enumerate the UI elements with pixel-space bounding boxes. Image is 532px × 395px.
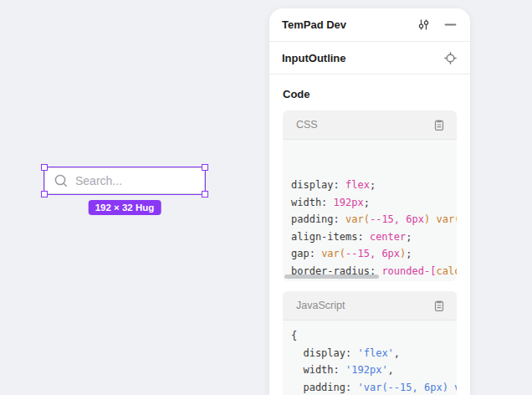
copy-clipboard-icon[interactable] [432, 298, 447, 313]
code-line: align-items: center; [291, 228, 457, 246]
css-code-block: CSS display: flex;width: 192px;padding: … [283, 110, 457, 281]
javascript-code-area[interactable]: { display: 'flex', width: '192px', paddi… [283, 321, 457, 395]
panel-header: TemPad Dev [269, 8, 470, 42]
copy-clipboard-icon[interactable] [432, 117, 447, 132]
selection-handle-bottom-right[interactable] [202, 191, 208, 198]
css-code-area[interactable]: display: flex;width: 192px;padding: var(… [283, 140, 457, 281]
panel-title: TemPad Dev [282, 18, 346, 31]
code-section-label: Code [283, 88, 457, 100]
code-line: width: 192px; [291, 194, 457, 212]
javascript-block-header: JavaScript [283, 291, 457, 321]
code-line: padding: 'var(--15, 6px) var(--15, 6px)'… [291, 379, 457, 395]
code-section: Code CSS display: flex;width: 192px;padd… [269, 74, 470, 395]
code-line: border: 1px solid --ui-border-color; [291, 280, 457, 281]
horizontal-scrollbar[interactable] [284, 274, 379, 279]
code-line: display: flex; [291, 177, 457, 194]
code-line: gap: var(--15, 6px); [291, 245, 457, 263]
selected-component-row: InputOutline [269, 42, 470, 74]
selection-handle-top-left[interactable] [41, 164, 48, 171]
tempad-dev-panel: TemPad Dev InputOutline [269, 8, 470, 395]
javascript-block-label: JavaScript [296, 300, 345, 311]
code-line: padding: var(--15, 6px) var(--15, 6px); [291, 211, 457, 228]
component-name: InputOutline [282, 52, 346, 64]
minimize-icon[interactable] [442, 18, 458, 33]
selection-handle-top-right[interactable] [202, 164, 208, 171]
code-line: { [291, 327, 457, 345]
selection-size-badge: 192 × 32 Hug [89, 200, 161, 215]
css-block-header: CSS [283, 110, 457, 140]
code-line: display: 'flex', [291, 345, 457, 362]
selection-handle-bottom-left[interactable] [41, 191, 48, 198]
css-block-label: CSS [296, 119, 318, 131]
magnifier-icon [54, 173, 69, 188]
search-input-component[interactable]: Search... [44, 167, 205, 194]
javascript-code-block: JavaScript { display: 'flex', width: '19… [283, 291, 457, 395]
search-placeholder: Search... [75, 174, 122, 187]
sliders-icon[interactable] [416, 18, 431, 33]
code-line: width: '192px', [291, 362, 457, 379]
target-crosshair-icon[interactable] [442, 50, 458, 65]
